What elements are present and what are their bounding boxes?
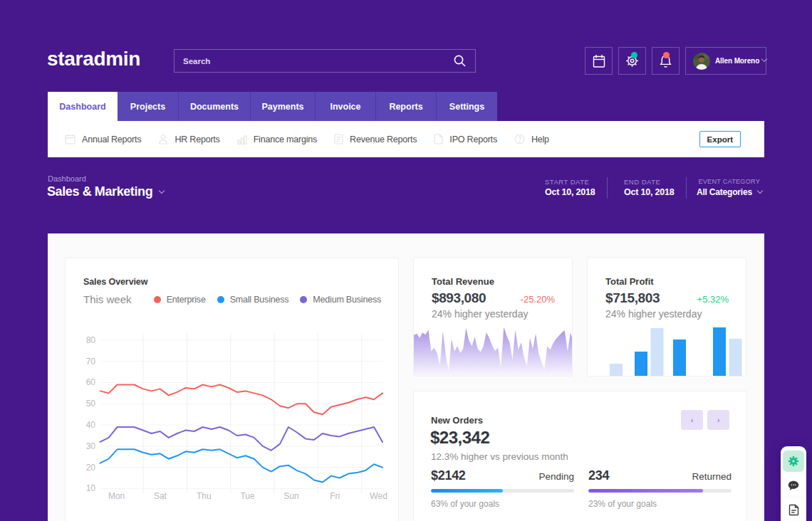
brand-logo[interactable]: staradmin	[47, 48, 140, 70]
chevron-down-icon	[758, 189, 762, 196]
total-profit-value: $715,803	[605, 290, 660, 306]
svg-text:Fri: Fri	[330, 491, 340, 501]
subnav-hr-reports[interactable]: HR Reports	[158, 134, 219, 144]
svg-text:Sat: Sat	[154, 491, 167, 501]
subnav-label: IPO Reports	[449, 135, 497, 144]
tab-payments[interactable]: Payments	[251, 92, 316, 121]
subnav-help[interactable]: Help	[514, 134, 549, 144]
subnav-finance-margins[interactable]: Finance margins	[237, 135, 317, 144]
search-box	[174, 49, 476, 73]
subnav-label: HR Reports	[175, 135, 219, 144]
subnav-label: Finance margins	[254, 135, 317, 144]
search-icon[interactable]	[453, 54, 467, 68]
profit-bar-chart	[588, 326, 746, 376]
event-category-select[interactable]: All Categories	[697, 187, 762, 197]
event-category-value: All Categories	[697, 187, 752, 197]
user-name: Allen Moreno	[715, 57, 759, 65]
end-date-label: END DATE	[624, 178, 660, 186]
toolbar-settings-button[interactable]	[783, 451, 804, 472]
svg-text:Sun: Sun	[283, 491, 298, 501]
avatar	[693, 53, 710, 70]
total-profit-card: Total Profit $715,803 +5.32% 24% higher …	[587, 257, 746, 377]
svg-text:Thu: Thu	[197, 491, 212, 501]
toolbar-document-button[interactable]	[783, 499, 804, 520]
svg-text:60: 60	[86, 377, 96, 387]
tab-documents[interactable]: Documents	[179, 92, 251, 121]
svg-text:80: 80	[86, 335, 96, 345]
calendar-icon	[65, 134, 76, 144]
total-profit-subtitle: 24% higher yesterday	[605, 308, 702, 320]
search-input[interactable]	[183, 57, 453, 65]
total-profit-title: Total Profit	[605, 276, 654, 287]
toolbar-chat-button[interactable]	[783, 475, 804, 496]
svg-text:40: 40	[86, 420, 96, 430]
carousel-prev-button[interactable]: ‹	[681, 410, 703, 430]
returned-progress-track	[588, 489, 732, 493]
total-revenue-title: Total Revenue	[432, 276, 494, 287]
svg-text:Wed: Wed	[370, 491, 387, 501]
tab-invoice[interactable]: Invoice	[316, 92, 376, 121]
main-nav-tabs: Dashboard Projects Documents Payments In…	[48, 92, 497, 121]
subnav-label: Help	[531, 135, 549, 144]
svg-text:Tue: Tue	[240, 491, 255, 501]
svg-text:30: 30	[86, 441, 96, 451]
new-orders-title: New Orders	[431, 415, 483, 426]
subnav-ipo-reports[interactable]: IPO Reports	[434, 134, 497, 144]
start-date-value[interactable]: Oct 10, 2018	[545, 187, 595, 197]
gear-icon	[787, 455, 800, 468]
returned-amount: 234	[588, 468, 609, 483]
tab-dashboard[interactable]: Dashboard	[48, 92, 118, 121]
person-icon	[158, 134, 168, 144]
export-button[interactable]: Export	[699, 131, 741, 147]
calendar-button[interactable]	[585, 47, 613, 75]
notification-badge	[663, 52, 670, 58]
total-revenue-value: $893,080	[432, 290, 486, 306]
total-revenue-delta: -25.20%	[521, 294, 555, 305]
subnav-revenue-reports[interactable]: Revenue Reports	[334, 134, 417, 144]
new-orders-value: $23,342	[430, 428, 489, 448]
svg-text:Mon: Mon	[108, 491, 125, 501]
notifications-button[interactable]	[652, 47, 680, 75]
subnav-annual-reports[interactable]: Annual Reports	[65, 134, 141, 144]
sales-overview-line-chart: 1020304050607080MonSatThuTueSunFriWed	[66, 258, 399, 521]
divider	[686, 177, 687, 199]
breadcrumb: Dashboard	[48, 174, 86, 183]
svg-text:10: 10	[86, 483, 96, 493]
returned-label: Returned	[692, 471, 732, 482]
orders-carousel: ‹ ›	[677, 410, 729, 430]
new-orders-card: New Orders $23,342 12.3% higher vs previ…	[413, 391, 747, 521]
carousel-next-button[interactable]: ›	[707, 410, 729, 430]
svg-text:20: 20	[86, 463, 96, 473]
revenue-area-chart	[414, 319, 573, 376]
page-title[interactable]: Sales & Marketing	[47, 184, 164, 199]
tab-settings[interactable]: Settings	[437, 92, 497, 121]
end-date-value[interactable]: Oct 10, 2018	[624, 187, 675, 197]
returned-note: 23% of your goals	[588, 499, 732, 509]
page-title-text: Sales & Marketing	[47, 184, 152, 199]
pending-note: 63% of your goals	[431, 499, 574, 509]
user-menu[interactable]: Allen Moreno	[685, 47, 766, 75]
pending-progress-track	[431, 489, 574, 493]
pending-label: Pending	[538, 471, 574, 482]
chevron-down-icon	[160, 188, 164, 196]
start-date-label: START DATE	[545, 178, 589, 186]
subnav-label: Revenue Reports	[350, 135, 417, 144]
divider	[607, 177, 608, 199]
header-actions: Allen Moreno	[585, 47, 766, 75]
bar-chart-icon	[237, 135, 247, 144]
file-icon	[434, 134, 443, 144]
subnav-label: Annual Reports	[82, 135, 141, 144]
document-icon	[788, 504, 799, 516]
tab-projects[interactable]: Projects	[118, 92, 179, 121]
pending-amount: $2142	[431, 468, 466, 483]
floating-toolbar	[781, 446, 806, 521]
sales-overview-card: Sales Overview This week Enterprise Smal…	[65, 258, 399, 521]
total-revenue-card: Total Revenue $893,080 -25.20% 24% highe…	[413, 257, 573, 377]
returned-progress-fill	[588, 489, 703, 493]
chevron-down-icon	[762, 57, 766, 65]
settings-button[interactable]	[618, 47, 646, 75]
returned-goal: 234 Returned 23% of your goals	[588, 468, 732, 509]
calendar-icon	[593, 54, 605, 68]
tab-reports[interactable]: Reports	[376, 92, 437, 121]
main-content: Sales Overview This week Enterprise Smal…	[48, 233, 764, 521]
